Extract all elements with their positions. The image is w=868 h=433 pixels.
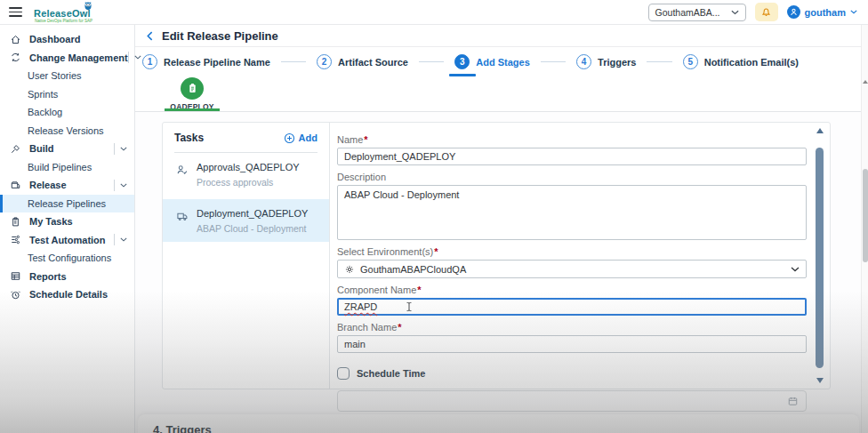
- brand-name: ReleaseOwl: [34, 8, 91, 19]
- user-name: goutham: [805, 7, 846, 18]
- step-triggers[interactable]: 4 Triggers: [576, 47, 636, 76]
- step-notification-emails[interactable]: 5 Notification Email(s): [683, 47, 799, 76]
- name-input[interactable]: [337, 148, 807, 165]
- sidebar-item-change-management[interactable]: Change Management: [0, 49, 134, 68]
- step-connector: [281, 61, 306, 62]
- triggers-section: 4. Triggers: [138, 414, 859, 433]
- branch-name-input[interactable]: [337, 335, 807, 353]
- chevron-down-icon: [114, 234, 127, 245]
- stage-card: Tasks Add Approvals_QADEPLOY: [162, 122, 831, 389]
- deploy-stage-icon: [181, 77, 204, 100]
- sidebar-item-release[interactable]: Release: [0, 176, 134, 195]
- name-label: Name*: [337, 134, 807, 145]
- triggers-section-title: 4. Triggers: [153, 423, 859, 433]
- sidebar-item-release-pipelines[interactable]: Release Pipelines: [0, 195, 134, 213]
- step-connector: [419, 61, 444, 62]
- avatar: [787, 5, 800, 19]
- chevron-down-icon: [850, 10, 857, 14]
- step-add-stages[interactable]: 3 Add Stages: [454, 47, 530, 76]
- sidebar-nav: Dashboard Change Management User Stories…: [0, 25, 135, 433]
- tasks-panel-title: Tasks: [174, 132, 204, 144]
- task-item-deployment[interactable]: Deployment_QADEPLOY ABAP Cloud - Deploym…: [163, 199, 329, 242]
- stage-tab-qadeploy[interactable]: QADEPLOY: [165, 76, 220, 111]
- top-bar: ReleaseOwl Native DevOps Platform for SA…: [0, 0, 868, 25]
- schedule-time-label: Schedule Time: [357, 368, 425, 379]
- reports-icon: [9, 270, 22, 282]
- sidebar-item-release-versions[interactable]: Release Versions: [0, 122, 134, 140]
- component-name-value: ZRAPD: [344, 301, 377, 312]
- home-icon: [9, 34, 22, 45]
- page-scrollbar: [861, 25, 868, 433]
- gear-icon: [344, 264, 355, 275]
- main-area: Edit Release Pipeline 1 Release Pipeline…: [135, 25, 868, 433]
- tasks-panel: Tasks Add Approvals_QADEPLOY: [163, 123, 330, 389]
- environment-select[interactable]: GouthamABAPCloudQA: [337, 260, 807, 278]
- test-automation-icon: [9, 234, 22, 245]
- user-menu[interactable]: goutham: [787, 5, 857, 19]
- app-logo: ReleaseOwl Native DevOps Platform for SA…: [34, 0, 123, 25]
- build-icon: [9, 143, 22, 155]
- wizard-stepper: 1 Release Pipeline Name 2 Artifact Sourc…: [135, 47, 868, 76]
- chevron-down-icon: [731, 10, 739, 15]
- notifications-button[interactable]: [755, 3, 778, 21]
- step-connector: [541, 61, 566, 62]
- sidebar-item-reports[interactable]: Reports: [0, 268, 134, 286]
- user-check-icon: [176, 164, 189, 188]
- description-textarea[interactable]: [337, 185, 807, 240]
- truck-icon: [176, 210, 189, 234]
- step-artifact-source[interactable]: 2 Artifact Source: [317, 47, 408, 76]
- schedule-time-checkbox[interactable]: [337, 367, 350, 380]
- sidebar-item-backlog[interactable]: Backlog: [0, 103, 134, 122]
- component-name-label: Component Name*: [337, 285, 807, 295]
- environment-select-value: GouthamABAPCloudQA: [360, 264, 466, 275]
- project-selector-value: GouthamABA...: [655, 7, 720, 18]
- bell-icon: [760, 6, 772, 18]
- sidebar-item-test-configurations[interactable]: Test Configurations: [0, 249, 134, 268]
- stage-tabstrip: QADEPLOY: [135, 76, 868, 112]
- hamburger-menu-icon[interactable]: [9, 7, 22, 17]
- my-tasks-icon: [9, 216, 22, 228]
- chevron-down-icon: [791, 267, 800, 272]
- step-connector: [647, 61, 671, 62]
- sidebar-item-build[interactable]: Build: [0, 140, 134, 158]
- scrollbar-thumb[interactable]: [863, 169, 868, 262]
- page-header: Edit Release Pipeline: [135, 25, 868, 47]
- sidebar-item-build-pipelines[interactable]: Build Pipelines: [0, 158, 134, 177]
- sidebar-item-test-automation[interactable]: Test Automation: [0, 231, 134, 250]
- chevron-down-icon: [128, 52, 141, 63]
- release-icon: [9, 180, 22, 191]
- brand-tagline: Native DevOps Platform for SAP: [35, 19, 92, 23]
- scroll-up-arrow[interactable]: [816, 128, 824, 133]
- schedule-datetime-input: [337, 390, 807, 412]
- text-cursor-icon: [406, 301, 413, 312]
- scroll-down-arrow[interactable]: [816, 378, 824, 383]
- back-button[interactable]: [147, 31, 153, 41]
- schedule-details-icon: [9, 289, 22, 301]
- environment-label: Select Environment(s)*: [337, 246, 807, 257]
- stage-content: Tasks Add Approvals_QADEPLOY: [135, 113, 868, 433]
- add-task-button[interactable]: Add: [284, 132, 317, 144]
- calendar-icon: [787, 396, 799, 407]
- scrollbar-thumb[interactable]: [816, 148, 824, 368]
- step-release-pipeline-name[interactable]: 1 Release Pipeline Name: [142, 47, 270, 76]
- description-label: Description: [337, 172, 807, 182]
- project-selector[interactable]: GouthamABA...: [648, 4, 746, 21]
- form-scrollbar: [816, 128, 824, 383]
- plus-circle-icon: [284, 132, 295, 144]
- change-management-icon: [9, 52, 22, 63]
- sidebar-item-my-tasks[interactable]: My Tasks: [0, 212, 134, 231]
- sidebar-item-dashboard[interactable]: Dashboard: [0, 30, 134, 49]
- sidebar-item-sprints[interactable]: Sprints: [0, 85, 134, 104]
- sidebar-item-user-stories[interactable]: User Stories: [0, 67, 134, 85]
- task-item-approvals[interactable]: Approvals_QADEPLOY Process approvals: [174, 153, 317, 196]
- task-form: Name* Description Select Environment(s)*…: [330, 123, 830, 389]
- stage-tab-label: QADEPLOY: [170, 102, 213, 111]
- chevron-down-icon: [114, 143, 127, 155]
- branch-name-label: Branch Name*: [337, 322, 807, 333]
- chevron-down-icon: [114, 180, 127, 191]
- page-title: Edit Release Pipeline: [162, 29, 278, 43]
- component-name-input[interactable]: ZRAPD: [337, 298, 807, 316]
- sidebar-item-schedule-details[interactable]: Schedule Details: [0, 285, 134, 304]
- scroll-up-arrow[interactable]: [863, 80, 868, 84]
